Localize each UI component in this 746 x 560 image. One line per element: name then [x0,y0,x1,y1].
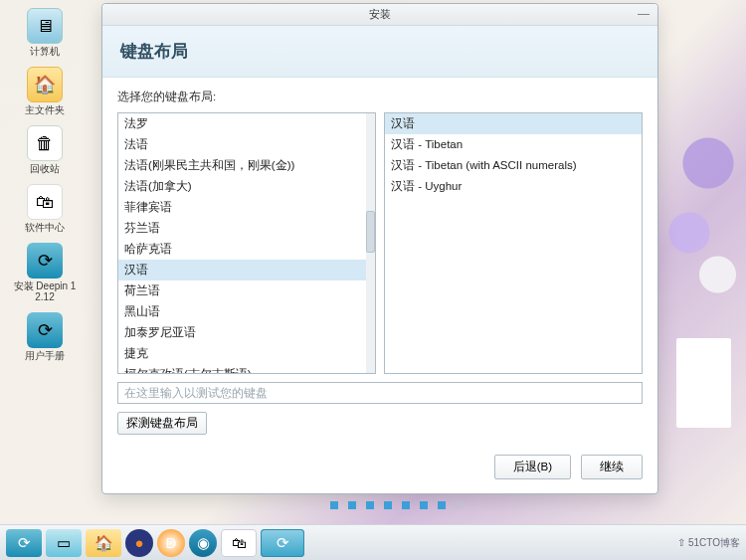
window-title: 安装 [369,7,391,22]
content-area: 选择您的键盘布局: 法罗法语法语(刚果民主共和国，刚果(金))法语(加拿大)菲律… [102,78,657,445]
pager-dot [438,501,446,509]
start-button[interactable]: ⟳ [6,529,42,557]
pager-dot [402,501,410,509]
list-item[interactable]: 荷兰语 [118,280,375,301]
desktop-icon[interactable]: ⟳用户手册 [10,312,80,361]
list-item[interactable]: 哈萨克语 [118,239,375,260]
list-item[interactable]: 汉语 [385,113,642,134]
list-item[interactable]: 法语(刚果民主共和国，刚果(金)) [118,155,375,176]
prompt-text: 选择您的键盘布局: [117,90,643,104]
list-item[interactable]: 法罗 [118,113,375,134]
pager-dot [366,501,374,509]
taskbar: ⟳ ▭ 🏠 ● D ◉ 🛍 ⟳ ⇧ 51CTO博客 [0,524,746,560]
installer-task-button[interactable]: ⟳ [261,529,304,557]
list-item[interactable]: 捷克 [118,343,375,364]
continue-button[interactable]: 继续 [581,455,643,479]
list-item[interactable]: 黑山语 [118,301,375,322]
i-computer-icon: 🖥 [27,8,63,44]
footer-buttons: 后退(B) 继续 [102,445,657,493]
list-item[interactable]: 汉语 [118,260,375,280]
installer-window: 安装 — 键盘布局 选择您的键盘布局: 法罗法语法语(刚果民主共和国，刚果(金)… [101,3,658,494]
desktop-icon-label: 安装 Deepin 1 2.12 [14,280,77,302]
detect-layout-button[interactable]: 探测键盘布局 [117,412,207,435]
browser-button[interactable]: D [157,529,185,557]
desktop-icon[interactable]: 🛍软件中心 [10,184,80,233]
software-center-button[interactable]: 🛍 [221,529,257,557]
list-item[interactable]: 汉语 - Uyghur [385,176,642,197]
back-button[interactable]: 后退(B) [494,455,571,479]
minimize-icon[interactable]: — [636,7,652,21]
i-home-icon: 🏠 [27,67,63,102]
list-item[interactable]: 芬兰语 [118,218,375,239]
i-soft-icon: 🛍 [27,184,63,220]
test-keyboard-input[interactable] [117,382,643,404]
titlebar: 安装 — [102,4,657,26]
i-manual-icon: ⟳ [27,312,63,348]
layout-lists: 法罗法语法语(刚果民主共和国，刚果(金))法语(加拿大)菲律宾语芬兰语哈萨克语汉… [117,112,643,374]
desktop-icons: 🖥计算机🏠主文件夹🗑回收站🛍软件中心⟳安装 Deepin 1 2.12⟳用户手册 [10,8,90,361]
page-title: 键盘布局 [120,40,640,63]
desktop-icon[interactable]: 🗑回收站 [10,125,80,174]
desktop-icon[interactable]: ⟳安装 Deepin 1 2.12 [10,243,80,302]
desktop-icon[interactable]: 🏠主文件夹 [10,67,80,115]
pager-dot [420,501,428,509]
i-install-icon: ⟳ [27,243,63,279]
page-header: 键盘布局 [102,26,657,78]
file-manager-button[interactable]: 🏠 [86,529,121,557]
list-item[interactable]: 法语(加拿大) [118,176,375,197]
desktop-icon-label: 主文件夹 [25,104,65,115]
scrollbar-thumb[interactable] [366,211,375,253]
desktop-icon-label: 软件中心 [25,222,65,233]
list-item[interactable]: 菲律宾语 [118,197,375,218]
music-player-button[interactable]: ◉ [189,529,217,557]
desktop-icon-label: 回收站 [30,163,60,174]
wallpaper-vase [676,338,731,428]
pager-dot [348,501,356,509]
pager-dot [456,501,463,508]
firefox-button[interactable]: ● [125,529,153,557]
list-item[interactable]: 汉语 - Tibetan (with ASCII numerals) [385,155,642,176]
list-item[interactable]: 加泰罗尼亚语 [118,322,375,343]
list-item[interactable]: 法语 [118,134,375,155]
language-listbox[interactable]: 法罗法语法语(刚果民主共和国，刚果(金))法语(加拿大)菲律宾语芬兰语哈萨克语汉… [117,112,376,374]
step-pager [330,501,463,509]
pager-dot [384,501,392,509]
wallpaper-flowers [652,80,746,358]
system-tray[interactable]: ⇧ 51CTO博客 [677,536,740,550]
desktop-icon-label: 用户手册 [25,350,65,361]
show-desktop-button[interactable]: ▭ [46,529,82,557]
variant-listbox[interactable]: 汉语汉语 - Tibetan汉语 - Tibetan (with ASCII n… [384,112,643,374]
list-item[interactable]: 汉语 - Tibetan [385,134,642,155]
i-trash-icon: 🗑 [27,125,63,161]
desktop-icon-label: 计算机 [30,46,60,57]
list-item[interactable]: 柯尔克孜语(吉尔吉斯语) [118,364,375,374]
pager-dot [330,501,338,509]
desktop-icon[interactable]: 🖥计算机 [10,8,80,57]
